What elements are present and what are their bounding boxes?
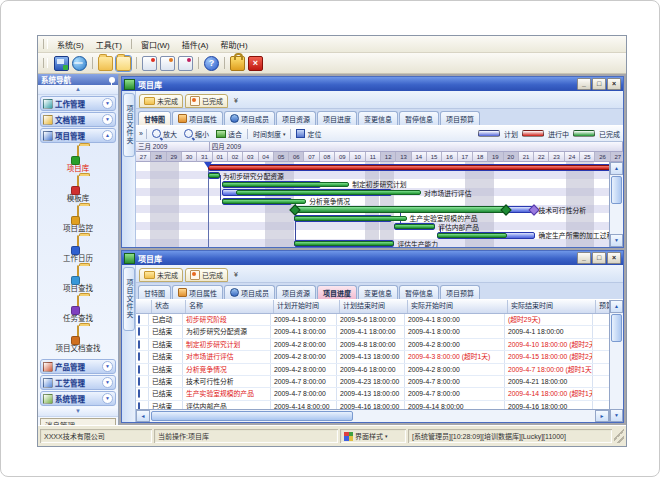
close-button[interactable]: ×	[607, 252, 621, 264]
window-titlebar[interactable]: 项目库_□×	[122, 251, 623, 265]
table-row-6[interactable]: 已结束生产实验室规模的产品2009-4-7 8:00:002009-4-13 1…	[136, 388, 609, 400]
tab-6[interactable]: 暂停信息	[399, 111, 439, 125]
gantt-bar-done[interactable]	[236, 190, 421, 195]
scrollbar-track[interactable]	[610, 343, 623, 409]
vertical-scrollbar[interactable]: ▲▼	[609, 162, 623, 247]
tab-message-management[interactable]: 消息管理	[40, 418, 116, 425]
mail-report-icon[interactable]	[160, 56, 175, 71]
web-icon[interactable]	[72, 56, 87, 71]
chevron-icon[interactable]: ▼	[102, 393, 113, 404]
horizontal-scrollbar[interactable]: ◄►	[136, 409, 609, 422]
tab-5[interactable]: 变更信息	[358, 285, 398, 299]
gantt-bar-inprogress[interactable]	[208, 165, 609, 170]
scroll-down-button[interactable]: ▼	[610, 409, 623, 422]
scroll-left-button[interactable]: ◄	[136, 410, 150, 422]
subtab-finished[interactable]: 已完成	[185, 268, 228, 282]
chevron-icon[interactable]: ▼	[102, 114, 113, 125]
scrollbar-track[interactable]	[354, 410, 595, 422]
subtab-unfinished[interactable]: 未完成	[139, 94, 183, 108]
tab-7[interactable]: 项目预算	[440, 111, 480, 125]
notes-report-icon[interactable]	[178, 56, 193, 71]
tab-0[interactable]: 甘特图	[138, 285, 171, 299]
scrollbar-track[interactable]	[610, 205, 623, 234]
gantt-bar-done[interactable]	[437, 233, 507, 238]
tab-0[interactable]: 甘特图	[138, 111, 171, 125]
tab-4[interactable]: 项目进度	[317, 285, 357, 299]
sidebar-item-2[interactable]: 项目监控	[38, 206, 118, 236]
zoom-out-button[interactable]: 缩小	[182, 129, 211, 139]
menu-item-4[interactable]: 帮助(H)	[214, 38, 253, 51]
subtab-more-button[interactable]: ¥	[230, 271, 242, 278]
tab-1[interactable]: 项目属性	[172, 111, 223, 125]
column-header-0[interactable]: 状态	[152, 300, 186, 313]
gantt-bar-done[interactable]	[294, 216, 407, 221]
sidebar-group-top-2[interactable]: 项目管理▲	[40, 128, 116, 143]
project-folders-side-tab[interactable]: 项目文件夹	[123, 93, 135, 157]
tab-1[interactable]: 项目属性	[172, 285, 223, 299]
tab-6[interactable]: 暂停信息	[399, 285, 439, 299]
table-row-0[interactable]: 已启动初步研究阶段2009-4-1 8:00:002009-5-6 18:00:…	[136, 314, 609, 326]
sidebar-item-6[interactable]: 项目文档查找	[38, 326, 118, 356]
gantt-toolbar-more[interactable]: »	[139, 130, 143, 137]
subtab-unfinished[interactable]: 未完成	[139, 268, 183, 282]
sidebar-group-bottom-0[interactable]: 产品管理▼	[40, 359, 116, 374]
sidebar-group-bottom-1[interactable]: 工艺管理▼	[40, 375, 116, 390]
report-icon[interactable]	[142, 56, 157, 71]
project-folders-side-tab[interactable]: 项目文件夹	[123, 267, 135, 331]
scroll-down-button[interactable]: ▼	[610, 234, 623, 247]
gantt-bar-done[interactable]	[394, 224, 435, 229]
table-row-5[interactable]: 已结束技术可行性分析2009-4-7 8:00:002009-4-23 18:0…	[136, 376, 609, 388]
fit-button[interactable]: 适合	[214, 129, 244, 139]
sidebar-group-top-1[interactable]: 文档管理▼	[40, 112, 116, 127]
tab-3[interactable]: 项目资源	[276, 111, 316, 125]
chevron-icon[interactable]: ▼	[102, 361, 113, 372]
scroll-up-button[interactable]: ▲	[610, 162, 623, 175]
lock-icon[interactable]	[230, 56, 245, 71]
gantt-bar-done[interactable]	[294, 241, 395, 246]
tab-2[interactable]: 项目成员	[224, 285, 275, 299]
pin-icon[interactable]	[109, 77, 115, 83]
column-header-1[interactable]: 名称	[186, 300, 274, 313]
column-header-4[interactable]: 实际开始时间	[408, 300, 508, 313]
workspace-icon[interactable]	[54, 56, 69, 71]
menu-item-2[interactable]: 窗口(W)	[135, 38, 176, 51]
menu-item-3[interactable]: 插件(A)	[176, 38, 215, 51]
exit-icon[interactable]	[248, 56, 263, 71]
locate-button[interactable]: 定位	[294, 129, 323, 139]
vertical-scrollbar[interactable]: ▲▼	[609, 300, 623, 422]
column-header-3[interactable]: 计划结束时间	[340, 300, 408, 313]
tab-5[interactable]: 变更信息	[358, 111, 398, 125]
tab-3[interactable]: 项目资源	[276, 285, 316, 299]
folder-icon[interactable]	[98, 56, 113, 71]
subtab-finished[interactable]: 已完成	[185, 94, 228, 108]
sidebar-item-1[interactable]: 模板库	[38, 176, 118, 206]
sidebar-scroll-down[interactable]: ▼	[38, 407, 118, 417]
ui-style-button[interactable]: 界面样式 ▾	[340, 429, 406, 443]
sidebar-scroll-up[interactable]: ▲	[38, 85, 118, 95]
maximize-button[interactable]: □	[592, 78, 606, 90]
chevron-icon[interactable]: ▼	[102, 98, 113, 109]
menu-item-0[interactable]: 系统(S)	[51, 38, 90, 51]
scrollbar-thumb[interactable]	[151, 411, 353, 421]
column-header-2[interactable]: 计划开始时间	[274, 300, 340, 313]
sidebar-item-3[interactable]: 工作日历	[38, 236, 118, 266]
minimize-button[interactable]: _	[577, 252, 591, 264]
zoom-in-button[interactable]: 放大	[150, 129, 179, 139]
menu-grip[interactable]	[43, 39, 48, 49]
folder-open-icon[interactable]	[116, 56, 131, 71]
sidebar-group-bottom-2[interactable]: 系统管理▼	[40, 391, 116, 406]
close-button[interactable]: ×	[607, 78, 621, 90]
table-row-3[interactable]: 已结束对市场进行评估2009-4-2 8:00:002009-4-13 18:0…	[136, 351, 609, 363]
column-header-5[interactable]: 实际结束时间	[508, 300, 596, 313]
table-row-7[interactable]: 已结束评估内部产品2009-4-14 8:00:002009-4-16 18:0…	[136, 401, 609, 409]
menu-item-1[interactable]: 工具(T)	[90, 38, 128, 51]
table-row-1[interactable]: 已结束为初步研究分配资源2009-4-1 8:00:002009-4-1 18:…	[136, 326, 609, 338]
sidebar-item-5[interactable]: 任务查找	[38, 296, 118, 326]
timescale-button[interactable]: 时间刻度▾	[251, 129, 288, 139]
toolbar-grip[interactable]	[43, 58, 48, 68]
chevron-icon[interactable]: ▼	[102, 377, 113, 388]
chevron-icon[interactable]: ▲	[102, 130, 113, 141]
tab-2[interactable]: 项目成员	[224, 111, 275, 125]
table-row-4[interactable]: 已结束分析竞争情况2009-4-2 8:00:002009-4-6 18:00:…	[136, 364, 609, 376]
sidebar-group-top-0[interactable]: 工作管理▼	[40, 96, 116, 111]
